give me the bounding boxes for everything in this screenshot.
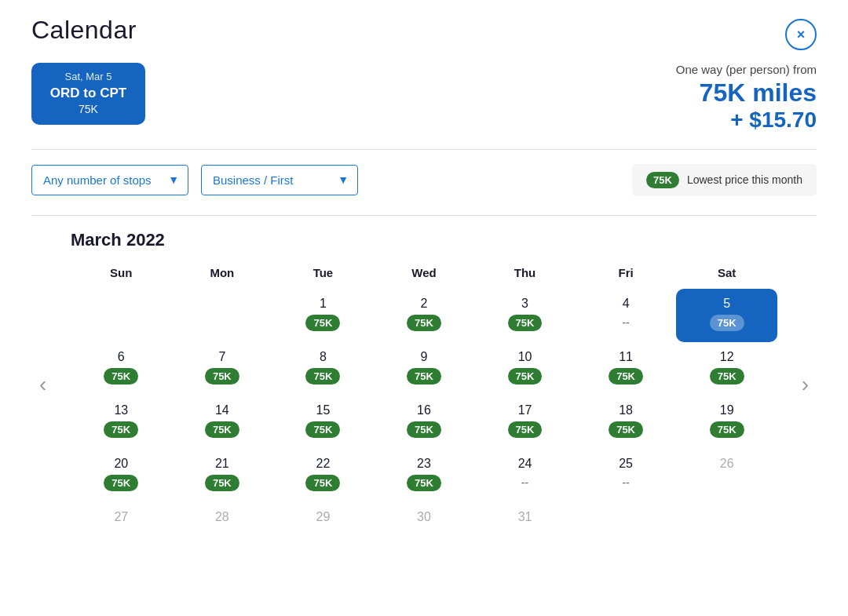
weekday-header: Sun (71, 266, 172, 289)
weekday-header: Tue (272, 266, 374, 289)
miles-pill[interactable]: 75K (205, 475, 239, 491)
calendar-week-row: 175K275K375K4--575K (71, 289, 777, 342)
day-number: 22 (276, 457, 371, 471)
day-number: 24 (477, 457, 572, 471)
calendar-day-cell[interactable]: 2075K (71, 449, 172, 502)
day-number: 1 (276, 297, 371, 311)
calendar-day-cell: 31 (474, 502, 576, 539)
calendar-day-cell[interactable]: 1975K (676, 395, 777, 449)
trip-info-row: Sat, Mar 5 ORD to CPT 75K One way (per p… (31, 63, 817, 133)
day-number: 2 (377, 297, 472, 311)
weekday-header: Fri (576, 266, 677, 289)
trip-route: ORD to CPT (46, 86, 131, 101)
calendar-day-cell[interactable]: 1275K (676, 342, 777, 395)
day-number: 27 (74, 510, 169, 524)
calendar-day-cell: 4-- (576, 289, 677, 342)
day-number: 9 (377, 350, 472, 364)
miles-pill[interactable]: 75K (508, 315, 543, 331)
calendar-day-cell: 26 (676, 449, 777, 502)
day-number: 18 (579, 403, 674, 417)
prev-month-button[interactable]: ‹ (31, 364, 54, 405)
calendar-day-cell: 24-- (474, 449, 576, 502)
day-number: 7 (175, 350, 270, 364)
miles-pill[interactable]: 75K (104, 475, 138, 491)
calendar-day-cell[interactable]: 1875K (576, 395, 677, 449)
calendar-day-cell: 30 (374, 502, 475, 539)
calendar-day-cell[interactable]: 1175K (576, 342, 677, 395)
header: Calendar × (31, 16, 817, 50)
calendar-day-cell[interactable]: 2375K (374, 449, 475, 502)
calendar-day-cell[interactable]: 1675K (374, 395, 475, 449)
day-number: 11 (579, 350, 674, 364)
day-number: 13 (74, 403, 169, 417)
stops-select[interactable]: Any number of stopsNonstop only1 stop or… (31, 165, 188, 195)
next-month-button[interactable]: › (794, 364, 817, 405)
miles-pill[interactable]: 75K (609, 421, 643, 438)
calendar-day-cell[interactable]: 1475K (172, 395, 273, 449)
miles-pill[interactable]: 75K (407, 315, 441, 331)
stops-filter[interactable]: Any number of stopsNonstop only1 stop or… (31, 165, 188, 195)
calendar-day-cell[interactable]: 575K (676, 289, 777, 342)
calendar-day-cell: 29 (272, 502, 374, 539)
price-info: One way (per person) from 75K miles + $1… (145, 63, 817, 133)
day-number: 20 (74, 457, 169, 471)
miles-pill[interactable]: 75K (407, 368, 441, 385)
trip-card: Sat, Mar 5 ORD to CPT 75K (31, 63, 145, 125)
miles-pill[interactable]: 75K (305, 368, 340, 385)
day-number: 25 (579, 457, 674, 471)
calendar-day-cell[interactable]: 2175K (172, 449, 273, 502)
miles-pill[interactable]: 75K (710, 368, 744, 385)
calendar-day-cell[interactable]: 275K (374, 289, 475, 342)
day-number: 26 (679, 457, 774, 471)
calendar-day-cell[interactable]: 975K (374, 342, 475, 395)
calendar-day-cell: 28 (172, 502, 273, 539)
miles-pill[interactable]: 75K (305, 315, 340, 331)
calendar-day-cell[interactable]: 2275K (272, 449, 374, 502)
day-number: 4 (579, 297, 674, 311)
calendar-day-cell[interactable]: 1775K (474, 395, 576, 449)
close-button[interactable]: × (785, 19, 817, 50)
calendar-day-cell (172, 289, 273, 342)
cabin-select[interactable]: EconomyBusiness / First (201, 165, 358, 195)
day-number: 23 (377, 457, 472, 471)
divider2 (31, 215, 817, 216)
price-miles: 75K miles (177, 79, 817, 107)
no-price-label: -- (622, 316, 629, 329)
no-price-label: -- (622, 476, 629, 489)
miles-pill[interactable]: 75K (508, 421, 543, 438)
day-number: 31 (477, 510, 572, 524)
calendar-day-cell[interactable]: 1575K (272, 395, 374, 449)
calendar-week-row: 1375K1475K1575K1675K1775K1875K1975K (71, 395, 777, 449)
weekday-header: Sat (676, 266, 777, 289)
miles-pill[interactable]: 75K (205, 421, 239, 438)
day-number: 21 (175, 457, 270, 471)
calendar-day-cell[interactable]: 375K (474, 289, 576, 342)
calendar-day-cell[interactable]: 875K (272, 342, 374, 395)
miles-pill[interactable]: 75K (104, 368, 138, 385)
calendar-day-cell[interactable]: 175K (272, 289, 374, 342)
cabin-filter[interactable]: EconomyBusiness / First ▼ (201, 165, 358, 195)
miles-pill[interactable]: 75K (710, 315, 744, 331)
lowest-price-badge: 75K Lowest price this month (632, 164, 817, 196)
calendar-day-cell[interactable]: 675K (71, 342, 172, 395)
miles-pill[interactable]: 75K (104, 421, 138, 438)
miles-pill[interactable]: 75K (407, 475, 441, 491)
calendar-day-cell: 25-- (576, 449, 677, 502)
day-number: 28 (175, 510, 270, 524)
price-cash: + $15.70 (177, 107, 817, 133)
calendar-week-row: 675K775K875K975K1075K1175K1275K (71, 342, 777, 395)
miles-pill[interactable]: 75K (205, 368, 239, 385)
price-from-label: One way (per person) from (177, 63, 817, 76)
day-number: 30 (377, 510, 472, 524)
calendar-day-cell[interactable]: 1375K (71, 395, 172, 449)
miles-pill[interactable]: 75K (407, 421, 441, 438)
calendar-day-cell[interactable]: 775K (172, 342, 273, 395)
divider (31, 149, 817, 150)
calendar-day-cell[interactable]: 1075K (474, 342, 576, 395)
miles-pill[interactable]: 75K (305, 421, 340, 438)
miles-pill[interactable]: 75K (710, 421, 744, 438)
miles-pill[interactable]: 75K (305, 475, 340, 491)
miles-pill[interactable]: 75K (609, 368, 643, 385)
miles-pill[interactable]: 75K (508, 368, 543, 385)
calendar-day-cell (71, 289, 172, 342)
